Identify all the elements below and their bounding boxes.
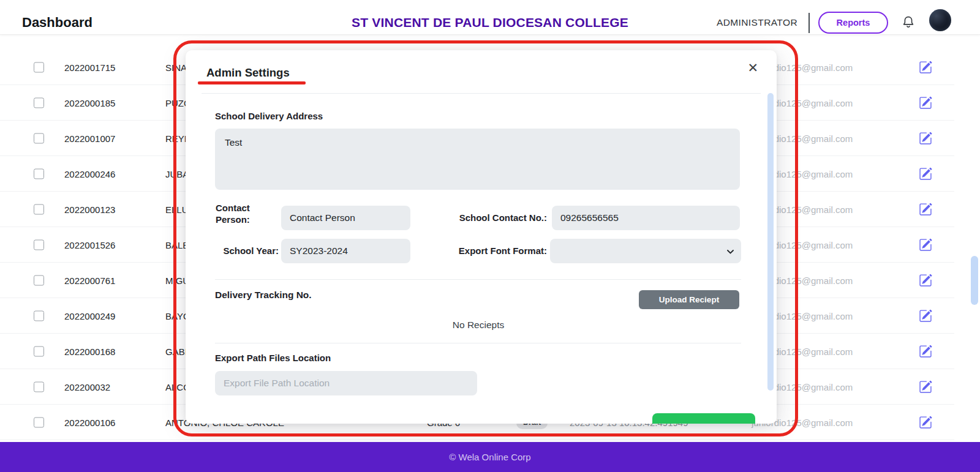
edit-pencil-square-icon[interactable] [919,132,932,145]
row-checkbox[interactable] [34,346,44,356]
school-year-input[interactable] [281,239,410,263]
user-role-label: ADMINISTRATOR [717,17,797,28]
student-id-cell: 2022000168 [64,346,115,356]
school-year-label: School Year: [217,245,279,256]
student-id-cell: 2022000123 [64,204,115,214]
close-icon[interactable]: ✕ [747,61,758,74]
student-id-cell: 2022000249 [64,310,115,321]
row-checkbox[interactable] [34,62,44,72]
student-id-cell: 2022000185 [64,97,115,108]
student-id-cell: 2022000246 [64,168,115,179]
admin-settings-modal: Admin Settings ✕ School Delivery Address… [186,50,777,424]
contact-person-label: Contact Person: [216,203,277,226]
edit-pencil-square-icon[interactable] [919,167,932,181]
school-name-title: ST VINCENT DE PAUL DIOCESAN COLLEGE [352,15,628,30]
edit-pencil-square-icon[interactable] [919,274,932,287]
delivery-address-textarea[interactable]: Test [215,129,740,190]
upload-receipt-button[interactable]: Upload Reciept [639,290,739,309]
page-title: Dashboard [22,15,92,31]
student-id-cell: 2022000761 [64,275,115,285]
student-id-cell: 2022001007 [64,133,115,143]
export-path-label: Export Path Files Location [215,353,331,363]
row-checkbox[interactable] [34,381,44,392]
edit-pencil-square-icon[interactable] [919,345,932,358]
modal-title: Admin Settings [206,66,290,80]
section-divider [215,279,741,280]
delivery-tracking-label: Delivery Tracking No. [215,290,312,301]
row-checkbox[interactable] [34,97,44,108]
top-header: Dashboard ST VINCENT DE PAUL DIOCESAN CO… [0,0,980,35]
bell-icon[interactable] [902,15,915,30]
school-contact-input[interactable] [552,206,740,230]
row-checkbox[interactable] [34,239,44,250]
contact-person-input[interactable] [281,206,410,230]
edit-pencil-square-icon[interactable] [919,416,932,429]
edit-pencil-square-icon[interactable] [919,380,932,394]
export-font-format-select[interactable] [550,239,741,263]
footer-copyright: © Wela Online Corp [449,452,530,462]
row-checkbox[interactable] [34,275,44,285]
delivery-address-label: School Delivery Address [215,111,323,121]
row-checkbox[interactable] [34,417,44,427]
header-divider [809,13,810,33]
student-id-cell: 202200032 [64,381,110,392]
row-checkbox[interactable] [34,168,44,179]
edit-pencil-square-icon[interactable] [919,203,932,216]
export-path-input[interactable] [215,371,477,395]
row-checkbox[interactable] [34,310,44,321]
edit-pencil-square-icon[interactable] [919,238,932,252]
student-id-cell: 2022000106 [64,417,115,427]
no-receipts-text: No Reciepts [215,320,742,331]
school-contact-label: School Contact No.: [458,212,547,223]
row-checkbox[interactable] [34,133,44,143]
modal-body: School Delivery Address Test Contact Per… [186,94,777,424]
page-scrollbar-thumb[interactable] [971,256,978,305]
edit-pencil-square-icon[interactable] [919,96,932,110]
save-button[interactable] [652,413,755,424]
app-page: Dashboard ST VINCENT DE PAUL DIOCESAN CO… [0,0,980,472]
edit-pencil-square-icon[interactable] [919,61,932,74]
user-avatar[interactable] [929,9,951,31]
annotation-underline [198,81,306,84]
reports-button[interactable]: Reports [818,12,888,34]
section-divider [215,343,741,343]
student-id-cell: 2022001715 [64,62,115,72]
edit-pencil-square-icon[interactable] [919,309,932,323]
row-checkbox[interactable] [34,204,44,214]
footer: © Wela Online Corp [0,442,980,472]
student-id-cell: 2022001526 [64,239,115,250]
export-font-format-label: Export Font Format: [458,245,547,256]
chevron-down-icon [727,245,734,257]
